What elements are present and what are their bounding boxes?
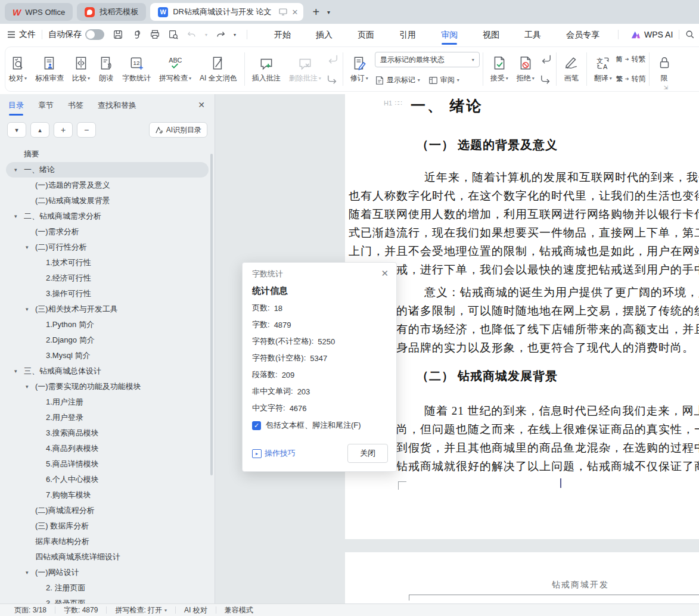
spell-check-button[interactable]: ABC 拼写检查▾ <box>155 55 195 83</box>
file-menu[interactable]: 文件 <box>7 29 36 40</box>
toc-item[interactable]: ▾ 摘要 <box>6 147 209 162</box>
tab-wps-home[interactable]: W WPS Office <box>5 3 73 21</box>
toc-item[interactable]: ▾ 据库表结构分析 <box>6 534 209 549</box>
redo-chevron-icon[interactable]: ▾ <box>234 32 236 38</box>
next-comment-icon[interactable] <box>327 74 338 85</box>
undo-icon[interactable] <box>187 30 197 39</box>
sidebar-tab[interactable]: 查找和替换 <box>98 94 136 117</box>
expand-arrow-icon[interactable]: ▾ <box>14 368 24 374</box>
delete-comment-button[interactable]: 删除批注▾ <box>285 55 325 83</box>
sidebar-tab[interactable]: 书签 <box>68 94 83 117</box>
standard-review-button[interactable]: 标准审查 <box>31 55 68 83</box>
paperclip-icon[interactable] <box>131 29 142 40</box>
read-aloud-button[interactable]: 朗读 <box>94 55 118 83</box>
toc-item[interactable]: ▾ 2.用户登录 <box>6 410 209 425</box>
ribbon-tab[interactable]: 页面 <box>345 24 387 45</box>
expand-all-button[interactable]: ▴ <box>30 122 49 138</box>
group-expander-icon[interactable]: ⇲ <box>663 85 668 91</box>
ribbon-tab[interactable]: 工具 <box>512 24 554 45</box>
sidebar-tab[interactable]: 目录 <box>8 94 24 117</box>
collapse-all-button[interactable]: ▾ <box>7 122 26 138</box>
close-doc-tab-icon[interactable]: ✕ <box>292 8 299 17</box>
toc-item[interactable]: ▾ (一)需要实现的功能及功能模块 <box>6 379 209 394</box>
pen-button[interactable]: 画笔 <box>560 55 583 83</box>
ai-proofread-indicator[interactable]: AI 校对 <box>176 605 216 615</box>
toc-item[interactable]: ▾ 7.购物车模块 <box>6 487 209 503</box>
proofread-button[interactable]: 校对▾ <box>5 55 31 83</box>
expand-arrow-icon[interactable]: ▾ <box>26 384 35 390</box>
tab-document[interactable]: W DR钻戒商城设计与开发 论文 ✕ <box>150 3 303 21</box>
ribbon-tab[interactable]: 插入 <box>303 24 345 45</box>
checkbox-checked-icon[interactable]: ✓ <box>252 421 261 430</box>
redo-icon[interactable] <box>215 30 226 39</box>
dialog-close-icon[interactable]: ✕ <box>381 268 389 279</box>
expand-arrow-icon[interactable]: ▾ <box>14 213 24 219</box>
show-markup-button[interactable]: 显示标记▾ <box>375 75 420 85</box>
toc-item[interactable]: ▾ 三、钻戒商城总体设计 <box>6 363 209 379</box>
heading-gutter[interactable]: H1 ⸬⸬ <box>384 99 400 107</box>
drag-handle-icon[interactable]: ⸬⸬ <box>395 99 400 107</box>
revise-button[interactable]: 修订▾ <box>346 55 372 83</box>
toc-item[interactable]: ▾ 四钻戒商城系统详细设计 <box>6 549 209 565</box>
toc-item[interactable]: ▾ (一)选题的背景及意义 <box>6 178 209 193</box>
save-icon[interactable] <box>113 29 123 40</box>
tab-list-chevron-icon[interactable]: ▾ <box>327 9 330 15</box>
reject-button[interactable]: 拒绝▾ <box>512 55 539 83</box>
ai-recognize-toc-button[interactable]: AI识别目录 <box>149 122 207 138</box>
toc-item[interactable]: ▾ (一)需求分析 <box>6 224 209 239</box>
compare-button[interactable]: 比较▾ <box>68 55 94 83</box>
markup-state-dropdown[interactable]: 显示标记的最终状态 ▾ <box>375 52 480 67</box>
toc-item[interactable]: ▾ 2.Django 简介 <box>6 332 209 348</box>
toc-item[interactable]: ▾ 3. 登录页面 <box>6 596 209 604</box>
toc-item[interactable]: ▾ 6.个人中心模块 <box>6 472 209 487</box>
ribbon-tab[interactable]: 开始 <box>262 24 303 45</box>
toc-item[interactable]: ▾ 2.经济可行性 <box>6 270 209 286</box>
sidebar-scrollbar[interactable] <box>210 154 213 475</box>
sidebar-tab[interactable]: 章节 <box>38 94 54 117</box>
tips-link[interactable]: ▸ 操作技巧 <box>252 448 296 459</box>
toc-item[interactable]: ▾ (三)相关技术与开发工具 <box>6 301 209 317</box>
zoom-out-toc-button[interactable]: − <box>77 122 96 138</box>
page-indicator[interactable]: 页面: 3/18 <box>6 605 55 615</box>
expand-arrow-icon[interactable]: ▾ <box>26 570 35 575</box>
previous-change-icon[interactable] <box>540 54 552 64</box>
include-footnotes-option[interactable]: ✓ 包括文本框、脚注和尾注(F) <box>252 420 361 431</box>
toc-item[interactable]: ▾ 2. 注册页面 <box>6 580 209 596</box>
new-tab-icon[interactable]: + <box>312 6 319 18</box>
close-dialog-button[interactable]: 关闭 <box>347 444 388 463</box>
translate-button[interactable]: 文A 翻译▾ <box>590 55 616 83</box>
ribbon-tab[interactable]: 审阅 <box>428 24 470 45</box>
spellcheck-indicator[interactable]: 拼写检查: 打开▾ <box>107 605 175 615</box>
expand-arrow-icon[interactable]: ▾ <box>26 306 35 312</box>
toc-item[interactable]: ▾ (一)网站设计 <box>6 565 209 580</box>
insert-comment-button[interactable]: 插入批注 <box>248 55 285 83</box>
toc-item[interactable]: ▾ (二)钻戒商城发展背景 <box>6 193 209 209</box>
toc-item[interactable]: ▾ 1.Python 简介 <box>6 317 209 332</box>
tab-docer-templates[interactable]: 找稻壳模板 <box>77 3 146 21</box>
ribbon-tab[interactable]: 视图 <box>470 24 512 45</box>
toc-item[interactable]: ▾ (二)可行性分析 <box>6 239 209 255</box>
autosave-toggle[interactable] <box>85 29 104 40</box>
toc-item[interactable]: ▾ 3.搜索商品模块 <box>6 425 209 441</box>
word-count-button[interactable]: 12 字数统计 <box>118 55 155 83</box>
toc-item[interactable]: ▾ 3.Mysql 简介 <box>6 348 209 363</box>
to-simplified-button[interactable]: 繁➔ 转简 <box>616 74 646 84</box>
document-page-next[interactable] <box>345 552 699 604</box>
accept-button[interactable]: 接受▾ <box>486 55 512 83</box>
compat-mode-indicator[interactable]: 兼容模式 <box>216 605 262 615</box>
toc-item[interactable]: ▾ 1.技术可行性 <box>6 255 209 270</box>
ribbon-tab[interactable]: 引用 <box>387 24 428 45</box>
toc-item[interactable]: ▾ 二、钻戒商城需求分析 <box>6 209 209 224</box>
print-preview-icon[interactable] <box>168 29 179 40</box>
review-pane-button[interactable]: 审阅▾ <box>428 75 459 85</box>
restrict-edit-button-clipped[interactable]: 限 <box>653 55 672 83</box>
toc-item[interactable]: ▾ 4.商品列表模块 <box>6 441 209 456</box>
search-icon[interactable] <box>685 30 695 39</box>
toc-item[interactable]: ▾ (三) 数据库分析 <box>6 518 209 534</box>
wps-ai-button[interactable]: WPS AI <box>630 30 673 39</box>
toc-item[interactable]: ▾ 5.商品详情模块 <box>6 456 209 472</box>
ribbon-tab[interactable]: 会员专享 <box>554 24 612 45</box>
ai-polish-button[interactable]: AI 全文润色 <box>195 55 241 83</box>
next-change-icon[interactable] <box>540 74 552 85</box>
close-sidebar-icon[interactable]: ✕ <box>198 100 205 110</box>
